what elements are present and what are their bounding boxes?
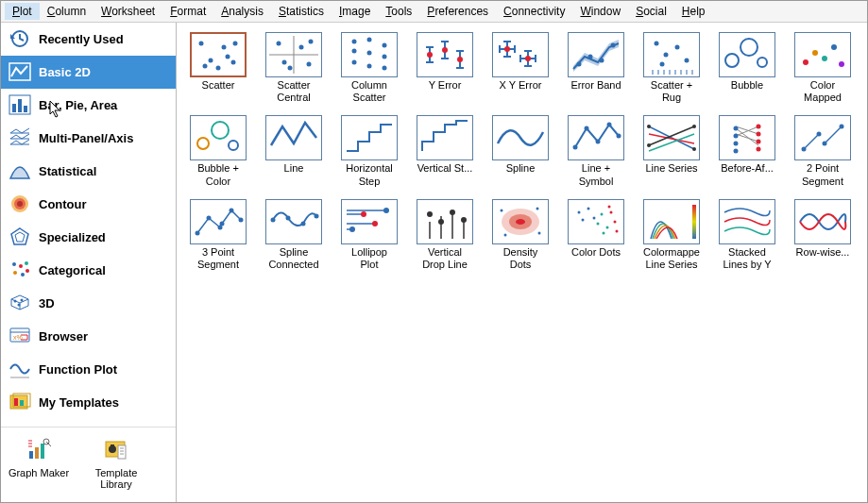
bottom-graphmaker[interactable]: Graph Maker (7, 437, 71, 490)
plot-thumb-row-wise (794, 199, 851, 244)
sidebar-item-statistical[interactable]: Statistical (1, 155, 176, 188)
plot-stacked-lines[interactable]: Stacked Lines by Y (711, 199, 783, 271)
sidebar-item-barpie[interactable]: Bar, Pie, Area (1, 89, 176, 122)
svg-rect-40 (111, 444, 114, 447)
svg-point-142 (757, 132, 761, 137)
svg-line-135 (736, 134, 758, 142)
svg-point-195 (608, 205, 611, 208)
plot-thumb-spline (492, 115, 549, 160)
svg-point-141 (757, 125, 761, 129)
svg-point-128 (617, 134, 621, 139)
plot-label: Spline Connected (268, 246, 318, 271)
svg-point-126 (596, 140, 601, 144)
sidebar-item-specialized[interactable]: Specialized (1, 221, 176, 254)
svg-point-188 (597, 222, 600, 225)
svg-point-11 (17, 201, 23, 207)
plot-label: Lollipop Plot (351, 246, 387, 271)
sidebar-item-label: Recently Used (39, 32, 124, 46)
plot-line-symbol[interactable]: Line + Symbol (560, 115, 632, 187)
plot-label: Scatter (202, 79, 235, 92)
menu-window[interactable]: Window (572, 3, 628, 20)
menu-image[interactable]: Image (332, 3, 378, 20)
plot-error-band[interactable]: Error Band (560, 32, 632, 104)
menu-statistics[interactable]: Statistics (271, 3, 332, 20)
svg-point-158 (286, 215, 291, 220)
svg-point-55 (277, 42, 281, 46)
plot-color-mapped[interactable]: Color Mapped (787, 32, 859, 104)
plot-before-after[interactable]: Before-Af... (711, 115, 783, 187)
sidebar-item-browser[interactable]: x%Browser (1, 320, 176, 353)
plot-label: Scatter + Rug (651, 79, 692, 104)
svg-point-99 (611, 43, 616, 48)
plot-scatter-rug[interactable]: Scatter + Rug (636, 32, 707, 104)
plot-cm-line-series[interactable]: Colormappe Line Series (636, 199, 707, 271)
svg-rect-29 (14, 398, 18, 406)
svg-point-152 (207, 215, 212, 220)
plot-thumb-color-mapped (794, 32, 851, 77)
menu-connectivity[interactable]: Connectivity (496, 3, 572, 20)
plot-column-scatter[interactable]: Column Scatter (333, 32, 405, 104)
svg-point-125 (585, 126, 589, 131)
plot-spline[interactable]: Spline (485, 115, 556, 187)
svg-point-117 (812, 50, 818, 56)
svg-rect-5 (24, 106, 27, 112)
bottom-templatelib[interactable]: Template Library (84, 437, 148, 490)
menu-plot[interactable]: Plot (5, 3, 40, 20)
svg-point-95 (525, 56, 531, 61)
plot-row-wise[interactable]: Row-wise... (787, 199, 859, 271)
plot-label: Colormappe Line Series (643, 246, 700, 271)
plot-color-dots[interactable]: Color Dots (560, 199, 632, 271)
sidebar-item-3d[interactable]: 3D (1, 287, 176, 320)
svg-point-122 (212, 122, 229, 139)
menu-tools[interactable]: Tools (378, 3, 419, 20)
plot-thumb-density (492, 199, 549, 244)
plot-density[interactable]: Density Dots (485, 199, 556, 271)
svg-point-62 (352, 49, 357, 54)
sidebar-item-basic2d[interactable]: Basic 2D (1, 56, 176, 89)
plot-lollipop[interactable]: Lollipop Plot (333, 199, 405, 271)
sidebar-item-contour[interactable]: Contour (1, 188, 176, 221)
menu-social[interactable]: Social (628, 3, 674, 20)
svg-point-101 (664, 53, 669, 58)
statistical-icon (9, 160, 31, 181)
plot-2pt[interactable]: 2 Point Segment (787, 115, 859, 187)
menu-worksheet[interactable]: Worksheet (94, 3, 162, 20)
plot-line[interactable]: Line (258, 115, 330, 187)
plot-label: Column Scatter (351, 79, 387, 104)
plot-vstep[interactable]: Vertical St... (409, 115, 481, 187)
plot-y-error[interactable]: Y Error (409, 32, 481, 104)
plot-label: Stacked Lines by Y (723, 246, 771, 271)
svg-point-56 (282, 60, 287, 65)
menu-help[interactable]: Help (674, 3, 713, 20)
svg-point-114 (740, 39, 757, 56)
3d-icon (9, 293, 31, 313)
plot-line-series[interactable]: Line Series (636, 115, 707, 187)
menu-column[interactable]: Column (40, 3, 94, 20)
plot-bubble-color[interactable]: Bubble + Color (182, 115, 254, 187)
plot-xy-error[interactable]: X Y Error (485, 32, 556, 104)
sidebar-item-multipanel[interactable]: Multi-Panel/Axis (1, 122, 176, 155)
menu-format[interactable]: Format (162, 3, 213, 20)
svg-point-97 (588, 55, 593, 59)
plot-thumb-stacked-lines (719, 199, 775, 244)
plot-label: Line + Symbol (579, 162, 614, 187)
svg-point-138 (734, 134, 739, 139)
plot-vdrop[interactable]: Vertical Drop Line (409, 199, 481, 271)
plot-scatter[interactable]: Scatter (182, 32, 254, 104)
menu-preferences[interactable]: Preferences (419, 3, 496, 20)
plot-3pt[interactable]: 3 Point Segment (182, 199, 254, 271)
plot-hstep[interactable]: Horizontal Step (333, 115, 405, 187)
sidebar-item-categorical[interactable]: Categorical (1, 254, 176, 287)
svg-rect-32 (35, 447, 39, 459)
browser-icon: x% (9, 326, 31, 346)
plot-bubble[interactable]: Bubble (711, 32, 783, 104)
plot-label: Bubble (731, 79, 763, 92)
plot-spline-connected[interactable]: Spline Connected (258, 199, 330, 271)
svg-point-157 (271, 217, 276, 222)
sidebar-item-mytemplates[interactable]: My Templates (1, 386, 176, 419)
sidebar-item-functionplot[interactable]: Function Plot (1, 353, 176, 386)
menu-analysis[interactable]: Analysis (213, 3, 271, 20)
sidebar-item-recent[interactable]: Recently Used (1, 23, 176, 56)
plot-scatter-central[interactable]: Scatter Central (258, 32, 330, 104)
svg-point-154 (220, 221, 225, 226)
